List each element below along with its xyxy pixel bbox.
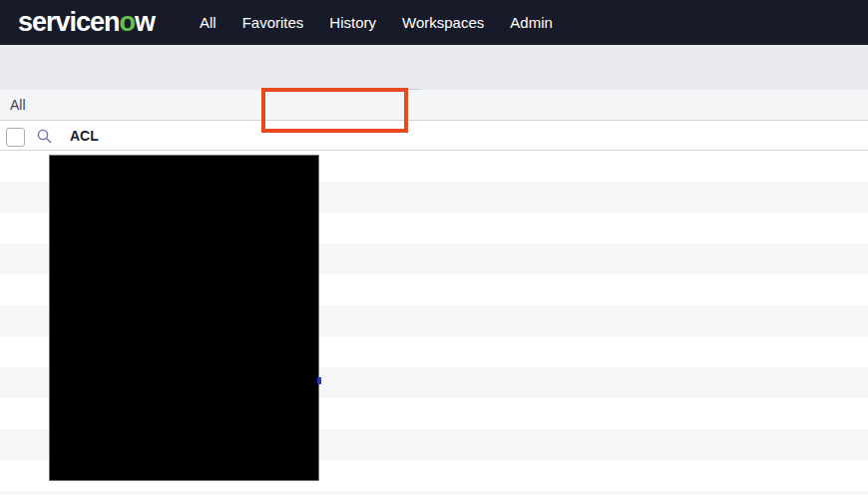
search-icon[interactable] <box>36 128 53 145</box>
breadcrumb-all-link[interactable]: All <box>0 97 26 113</box>
partially-hidden-link[interactable] <box>317 377 321 384</box>
servicenow-list-page: servicenow AllFavoritesHistoryWorkspaces… <box>0 0 868 495</box>
logo-text-end: w <box>135 7 155 37</box>
select-all-checkbox[interactable] <box>6 128 25 147</box>
column-header-acl[interactable]: ACL <box>70 128 99 144</box>
logo-text: servicen <box>18 7 120 37</box>
logo-green-o-icon: o <box>120 7 136 37</box>
breadcrumb-bar: All <box>0 90 868 120</box>
topnav-item-workspaces[interactable]: Workspaces <box>402 0 484 45</box>
top-nav-bar: servicenow AllFavoritesHistoryWorkspaces… <box>0 0 868 45</box>
table-row[interactable] <box>0 491 868 495</box>
topnav-items: AllFavoritesHistoryWorkspacesAdmin <box>200 0 553 45</box>
list-toolbar: Access Roles Role <box>0 45 868 90</box>
topnav-item-admin[interactable]: Admin <box>510 0 553 45</box>
topnav-item-history[interactable]: History <box>329 0 376 45</box>
topnav-item-favorites[interactable]: Favorites <box>242 0 304 45</box>
redacted-region <box>49 155 319 481</box>
topnav-item-all[interactable]: All <box>200 0 217 45</box>
list-header-row: ACL <box>0 121 868 151</box>
servicenow-logo[interactable]: servicenow <box>18 7 155 38</box>
